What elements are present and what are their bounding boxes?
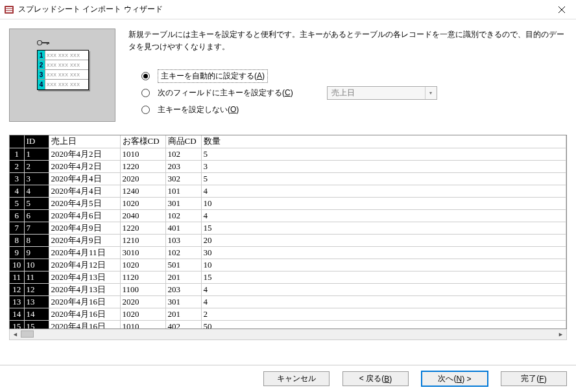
table-row[interactable]: 882020年4月9日121010320 — [10, 234, 566, 246]
cell-date: 2020年4月6日 — [49, 209, 120, 222]
cell-date: 2020年4月4日 — [49, 172, 120, 185]
cell-qty: 10 — [201, 197, 566, 209]
mini-table-graphic: 1XXX XXX XXX 2XXX XXX XXX 3XXX XXX XXX 4… — [37, 50, 89, 90]
radio-no-key[interactable] — [141, 106, 150, 114]
svg-rect-6 — [47, 42, 48, 45]
cell-prod: 301 — [165, 197, 201, 209]
cell-qty: 4 — [201, 209, 566, 222]
cell-prod: 102 — [165, 148, 201, 160]
radio-choose-key[interactable] — [141, 89, 150, 97]
cell-id: 14 — [24, 308, 49, 320]
combo-value: 売上日 — [331, 87, 355, 98]
row-number: 9 — [10, 246, 24, 259]
back-button[interactable]: < 戻る(B) — [342, 371, 409, 386]
row-number: 12 — [10, 283, 24, 295]
cell-id: 6 — [24, 209, 49, 222]
next-button[interactable]: 次へ(N) > — [422, 371, 488, 386]
cell-prod: 203 — [165, 283, 201, 295]
cell-prod: 201 — [165, 271, 201, 283]
row-number: 8 — [10, 234, 24, 246]
radio-no-key-label[interactable]: 主キーを設定しない(O) — [158, 104, 239, 115]
horizontal-scrollbar[interactable]: ◄ ► — [9, 329, 567, 340]
table-row[interactable]: 112020年4月2日10101025 — [10, 148, 566, 160]
cell-cust: 1240 — [120, 185, 165, 197]
col-header-rownum[interactable] — [10, 135, 24, 148]
row-number: 13 — [10, 295, 24, 308]
cell-date: 2020年4月4日 — [49, 185, 120, 197]
cell-id: 3 — [24, 172, 49, 185]
cell-id: 5 — [24, 197, 49, 209]
svg-point-4 — [38, 41, 42, 45]
cell-qty: 10 — [201, 259, 566, 271]
table-row[interactable]: 11112020年4月13日112020115 — [10, 271, 566, 283]
scroll-track[interactable] — [21, 329, 555, 340]
cell-qty: 15 — [201, 222, 566, 234]
table-row[interactable]: 662020年4月6日20401024 — [10, 209, 566, 222]
cell-id: 9 — [24, 246, 49, 259]
table-row[interactable]: 332020年4月4日20203025 — [10, 172, 566, 185]
table-row[interactable]: 10102020年4月12日102050110 — [10, 259, 566, 271]
col-header-id[interactable]: ID — [24, 135, 49, 148]
cell-qty: 5 — [201, 172, 566, 185]
close-button[interactable] — [547, 0, 576, 19]
data-preview-grid[interactable]: ID 売上日 お客様CD 商品CD 数量 112020年4月2日10101025… — [9, 135, 567, 329]
cell-cust: 1020 — [120, 259, 165, 271]
row-number: 3 — [10, 172, 24, 185]
table-row[interactable]: 552020年4月5日102030110 — [10, 197, 566, 209]
wizard-footer: キャンセル < 戻る(B) 次へ(N) > 完了(F) — [0, 365, 576, 392]
cell-prod: 101 — [165, 185, 201, 197]
row-number: 4 — [10, 185, 24, 197]
cell-prod: 201 — [165, 308, 201, 320]
svg-rect-1 — [6, 7, 12, 8]
key-icon — [37, 40, 50, 46]
cell-date: 2020年4月2日 — [49, 148, 120, 160]
cell-cust: 1010 — [120, 148, 165, 160]
cell-id: 8 — [24, 234, 49, 246]
description-text: 新規テーブルには主キーを設定すると便利です。主キーがあるとテーブルの各レコードを… — [128, 29, 567, 53]
row-number: 5 — [10, 197, 24, 209]
key-illustration: 1XXX XXX XXX 2XXX XXX XXX 3XXX XXX XXX 4… — [9, 29, 115, 122]
row-number: 14 — [10, 308, 24, 320]
row-number: 11 — [10, 271, 24, 283]
cell-prod: 402 — [165, 320, 201, 329]
cell-date: 2020年4月11日 — [49, 246, 120, 259]
svg-rect-7 — [49, 42, 50, 44]
cell-date: 2020年4月13日 — [49, 271, 120, 283]
cell-date: 2020年4月13日 — [49, 283, 120, 295]
row-number: 1 — [10, 148, 24, 160]
cell-qty: 4 — [201, 185, 566, 197]
cell-id: 7 — [24, 222, 49, 234]
radio-choose-key-label[interactable]: 次のフィールドに主キーを設定する(C) — [158, 87, 293, 98]
table-row[interactable]: 12122020年4月13日11002034 — [10, 283, 566, 295]
col-header-cust[interactable]: お客様CD — [120, 135, 165, 148]
cell-prod: 401 — [165, 222, 201, 234]
radio-auto-key[interactable] — [141, 72, 150, 80]
key-field-combo[interactable]: 売上日 ▾ — [327, 86, 437, 100]
cell-cust: 1220 — [120, 160, 165, 172]
col-header-prod[interactable]: 商品CD — [165, 135, 201, 148]
table-row[interactable]: 772020年4月9日122040115 — [10, 222, 566, 234]
table-row[interactable]: 992020年4月11日301010230 — [10, 246, 566, 259]
table-row[interactable]: 15152020年4月16日101040250 — [10, 320, 566, 329]
chevron-down-icon: ▾ — [425, 87, 437, 99]
cell-cust: 1120 — [120, 271, 165, 283]
row-number: 10 — [10, 259, 24, 271]
cell-prod: 103 — [165, 234, 201, 246]
table-row[interactable]: 13132020年4月16日20203014 — [10, 295, 566, 308]
scroll-left-icon[interactable]: ◄ — [10, 329, 21, 340]
cell-date: 2020年4月9日 — [49, 222, 120, 234]
scroll-right-icon[interactable]: ► — [555, 329, 566, 340]
cell-cust: 1020 — [120, 308, 165, 320]
table-row[interactable]: 14142020年4月16日10202012 — [10, 308, 566, 320]
cell-date: 2020年4月16日 — [49, 308, 120, 320]
scroll-thumb[interactable] — [21, 330, 34, 338]
cell-cust: 1100 — [120, 283, 165, 295]
col-header-qty[interactable]: 数量 — [201, 135, 566, 148]
options-pane: 新規テーブルには主キーを設定すると便利です。主キーがあるとテーブルの各レコードを… — [128, 29, 567, 122]
col-header-date[interactable]: 売上日 — [49, 135, 120, 148]
table-row[interactable]: 222020年4月2日12202033 — [10, 160, 566, 172]
table-row[interactable]: 442020年4月4日12401014 — [10, 185, 566, 197]
finish-button[interactable]: 完了(F) — [501, 371, 567, 386]
radio-auto-key-label[interactable]: 主キーを自動的に設定する(A) — [158, 69, 268, 83]
cancel-button[interactable]: キャンセル — [263, 371, 330, 386]
